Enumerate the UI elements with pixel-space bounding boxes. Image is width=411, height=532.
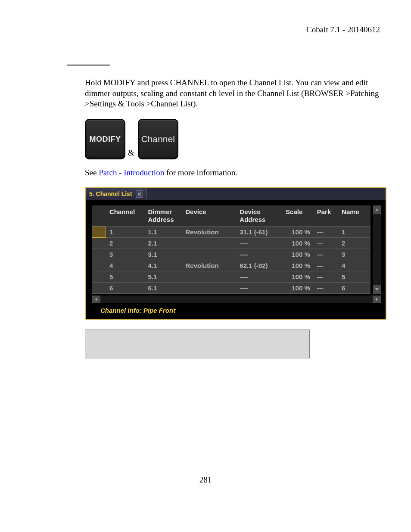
- table-row[interactable]: 22.1----100 %---2: [92, 238, 371, 249]
- table-row[interactable]: 33.1----100 %---3: [92, 249, 371, 260]
- cell[interactable]: [182, 249, 236, 260]
- see-suffix: for more information.: [164, 168, 237, 177]
- svg-marker-1: [375, 288, 379, 291]
- patch-intro-link[interactable]: Patch - Introduction: [99, 168, 164, 177]
- cell[interactable]: ----: [236, 283, 282, 294]
- channel-info-label: Channel Info: Pipe Front: [92, 303, 381, 315]
- cell[interactable]: 3.1: [145, 249, 182, 260]
- cell[interactable]: 5: [338, 271, 371, 283]
- cell[interactable]: 4: [338, 260, 371, 271]
- hscroll-track[interactable]: [100, 296, 373, 303]
- channel-list-tab[interactable]: 5. Channel List: [86, 188, 147, 200]
- cell[interactable]: 3: [106, 249, 145, 260]
- vertical-scrollbar[interactable]: [373, 205, 381, 294]
- cell[interactable]: [182, 238, 236, 249]
- cell[interactable]: [92, 271, 106, 283]
- horizontal-scrollbar[interactable]: [92, 296, 381, 303]
- cell[interactable]: 4.1: [145, 260, 182, 271]
- cell[interactable]: 2.1: [145, 238, 182, 249]
- svg-marker-0: [375, 208, 379, 211]
- see-prefix: See: [85, 168, 99, 177]
- cell[interactable]: 100 %: [282, 238, 314, 249]
- svg-marker-3: [376, 298, 378, 301]
- panel-tab-bar: 5. Channel List: [86, 188, 386, 200]
- cell[interactable]: Revolution: [182, 227, 236, 238]
- placeholder-box: [85, 330, 310, 358]
- cell[interactable]: [182, 271, 236, 283]
- modify-key-label: MODIFY: [90, 135, 121, 144]
- section-rule: [67, 65, 110, 65]
- scroll-left-icon[interactable]: [92, 296, 100, 303]
- doc-title: Cobalt 7.1 - 20140612: [306, 25, 380, 34]
- doc-header: Cobalt 7.1 - 20140612: [31, 25, 380, 34]
- channel-table: Channel Dimmer Address Device Device Add…: [92, 205, 371, 294]
- see-line: See Patch - Introduction for more inform…: [85, 168, 380, 177]
- col-devaddr[interactable]: Device Address: [236, 205, 282, 227]
- cell[interactable]: 2: [106, 238, 145, 249]
- table-row[interactable]: 11.1Revolution31.1 (-61)100 %---1: [92, 227, 371, 238]
- cell[interactable]: ----: [236, 238, 282, 249]
- table-row[interactable]: 66.1----100 %---6: [92, 283, 371, 294]
- table-header-row: Channel Dimmer Address Device Device Add…: [92, 205, 371, 227]
- cell[interactable]: [92, 238, 106, 249]
- cell[interactable]: 1: [338, 227, 371, 238]
- cell[interactable]: [92, 260, 106, 271]
- cell[interactable]: 100 %: [282, 260, 314, 271]
- cell[interactable]: 100 %: [282, 249, 314, 260]
- intro-paragraph: Hold MODIFY and press CHANNEL to open th…: [85, 78, 380, 109]
- cell[interactable]: 5: [106, 271, 145, 283]
- cell[interactable]: 6: [338, 283, 371, 294]
- scroll-down-icon[interactable]: [373, 285, 381, 294]
- cell[interactable]: 4: [106, 260, 145, 271]
- cell[interactable]: 31.1 (-61): [236, 227, 282, 238]
- cell[interactable]: ---: [314, 260, 338, 271]
- cell[interactable]: ---: [314, 227, 338, 238]
- cell[interactable]: Revolution: [182, 260, 236, 271]
- cell[interactable]: 62.1 (-92): [236, 260, 282, 271]
- close-icon[interactable]: [136, 190, 143, 198]
- cell[interactable]: 100 %: [282, 227, 314, 238]
- table-row[interactable]: 55.1----100 %---5: [92, 271, 371, 283]
- col-gutter: [92, 205, 106, 227]
- cell[interactable]: [92, 283, 106, 294]
- scroll-up-icon[interactable]: [373, 205, 381, 214]
- vscroll-track[interactable]: [373, 214, 381, 285]
- col-park[interactable]: Park: [314, 205, 338, 227]
- tab-title: 5. Channel List: [89, 190, 132, 197]
- cell[interactable]: 6.1: [145, 283, 182, 294]
- cell[interactable]: ---: [314, 283, 338, 294]
- svg-marker-2: [95, 298, 97, 301]
- table-row[interactable]: 44.1Revolution62.1 (-92)100 %---4: [92, 260, 371, 271]
- cell[interactable]: 100 %: [282, 271, 314, 283]
- ampersand: &: [128, 148, 134, 158]
- cell[interactable]: 5.1: [145, 271, 182, 283]
- modify-key: MODIFY: [85, 119, 125, 159]
- channel-key: Channel: [138, 119, 178, 159]
- cell[interactable]: [92, 249, 106, 260]
- cell[interactable]: 100 %: [282, 283, 314, 294]
- cell[interactable]: 2: [338, 238, 371, 249]
- cell[interactable]: 1: [106, 227, 145, 238]
- cell[interactable]: 6: [106, 283, 145, 294]
- cell[interactable]: 3: [338, 249, 371, 260]
- key-combo: MODIFY & Channel: [85, 119, 380, 159]
- channel-key-label: Channel: [141, 134, 175, 144]
- cell[interactable]: ---: [314, 249, 338, 260]
- channel-list-panel: 5. Channel List Channel Dimmer Address: [85, 187, 386, 320]
- page-number: 281: [0, 475, 411, 485]
- col-scale[interactable]: Scale: [282, 205, 314, 227]
- col-name[interactable]: Name: [338, 205, 371, 227]
- scroll-right-icon[interactable]: [373, 296, 381, 303]
- col-dimmer[interactable]: Dimmer Address: [145, 205, 182, 227]
- panel-body: Channel Dimmer Address Device Device Add…: [86, 200, 386, 319]
- cell[interactable]: ---: [314, 271, 338, 283]
- cell[interactable]: ----: [236, 249, 282, 260]
- cell[interactable]: [92, 227, 106, 238]
- cell[interactable]: 1.1: [145, 227, 182, 238]
- col-device[interactable]: Device: [182, 205, 236, 227]
- cell[interactable]: ---: [314, 238, 338, 249]
- col-channel[interactable]: Channel: [106, 205, 145, 227]
- cell[interactable]: [182, 283, 236, 294]
- cell[interactable]: ----: [236, 271, 282, 283]
